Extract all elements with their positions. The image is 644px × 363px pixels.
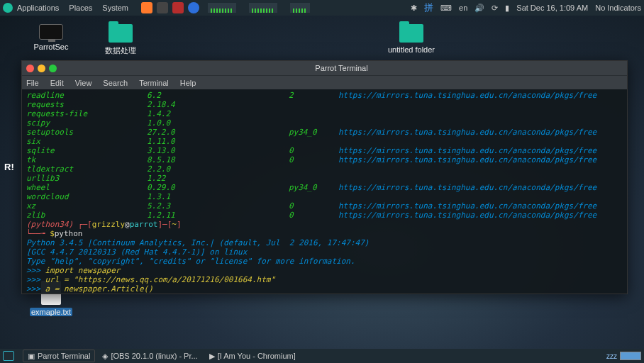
mem-graph-icon (249, 3, 277, 13)
menu-file[interactable]: File (26, 79, 39, 87)
bluetooth-icon[interactable]: ✱ (411, 4, 417, 13)
icon-label: 数据处理 (105, 46, 136, 55)
power-indicator[interactable]: zzz (606, 352, 617, 360)
terminal-icon: ▣ (28, 352, 35, 361)
terminal-window: Parrot Terminal File Edit View Search Te… (21, 60, 628, 294)
terminal-body[interactable]: readline6.22https://mirrors.tuna.tsinghu… (22, 89, 627, 294)
task-label: Parrot Terminal (38, 352, 90, 360)
wifi-icon[interactable]: ⟳ (492, 4, 498, 13)
menu-edit[interactable]: Edit (50, 79, 64, 87)
top-menubar: Applications Places System ✱ 拼 ⌨ en 🔊 ⟳ … (0, 0, 644, 16)
desktop-icon-untitled[interactable]: untitled folder (383, 24, 440, 54)
show-desktop-icon[interactable] (3, 351, 14, 361)
task-chromium[interactable]: ▶ [I Am You - Chromium] (205, 350, 300, 362)
task-label: [I Am You - Chromium] (218, 352, 296, 360)
folder-icon (109, 24, 133, 43)
menu-view[interactable]: View (75, 79, 92, 87)
menu-places[interactable]: Places (69, 4, 92, 12)
menu-help[interactable]: Help (180, 79, 196, 87)
desktop-icon-data[interactable]: 数据处理 (92, 24, 149, 56)
desktop[interactable]: ParrotSec 数据处理 untitled folder exmaple.t… (0, 16, 644, 349)
keyboard-icon[interactable]: ⌨ (440, 4, 452, 13)
system-monitor[interactable] (208, 3, 310, 13)
firefox-icon[interactable] (141, 2, 152, 13)
icon-label: exmaple.txt (30, 308, 72, 316)
task-obs[interactable]: ◈ [OBS 20.1.0 (linux) - Pr... (98, 350, 201, 362)
window-title: Parrot Terminal (60, 64, 623, 72)
lang-indicator[interactable]: en (459, 4, 467, 12)
bottom-taskbar: ▣ Parrot Terminal ◈ [OBS 20.1.0 (linux) … (0, 349, 644, 363)
menu-applications[interactable]: Applications (17, 4, 59, 12)
clock[interactable]: Sat Dec 16, 1:09 AM (516, 4, 588, 12)
battery-icon[interactable]: ▮ (505, 4, 509, 13)
task-label: [OBS 20.1.0 (linux) - Pr... (111, 352, 197, 360)
cpu-graph-icon (208, 3, 236, 13)
desktop-icon-parrotsec[interactable]: ParrotSec (23, 24, 79, 51)
menu-system[interactable]: System (102, 4, 128, 12)
files-icon[interactable] (157, 2, 168, 13)
net-graph-icon (290, 3, 310, 13)
parrot-logo-icon[interactable] (3, 3, 13, 13)
monitor-icon (39, 24, 63, 40)
workspace-switcher[interactable] (620, 352, 641, 360)
chromium-icon: ▶ (209, 352, 215, 361)
close-icon[interactable] (26, 65, 34, 72)
quick-launch (141, 2, 199, 13)
folder-icon (399, 24, 423, 43)
no-indicators: No Indicators (595, 4, 641, 12)
notification-fragment: R! (4, 162, 14, 172)
titlebar[interactable]: Parrot Terminal (22, 61, 627, 75)
menu-terminal[interactable]: Terminal (139, 79, 169, 87)
obs-icon: ◈ (102, 352, 108, 361)
menu-search[interactable]: Search (103, 79, 128, 87)
volume-icon[interactable]: 🔊 (474, 4, 484, 13)
minimize-icon[interactable] (38, 65, 45, 72)
icon-label: untitled folder (388, 45, 435, 54)
maximize-icon[interactable] (49, 65, 57, 72)
icon-label: ParrotSec (34, 43, 69, 51)
input-method-icon[interactable]: 拼 (424, 1, 433, 14)
terminal-menubar: File Edit View Search Terminal Help (22, 75, 627, 89)
app-icon[interactable] (172, 2, 184, 13)
chromium-icon[interactable] (188, 2, 199, 13)
task-parrot-terminal[interactable]: ▣ Parrot Terminal (23, 350, 95, 362)
